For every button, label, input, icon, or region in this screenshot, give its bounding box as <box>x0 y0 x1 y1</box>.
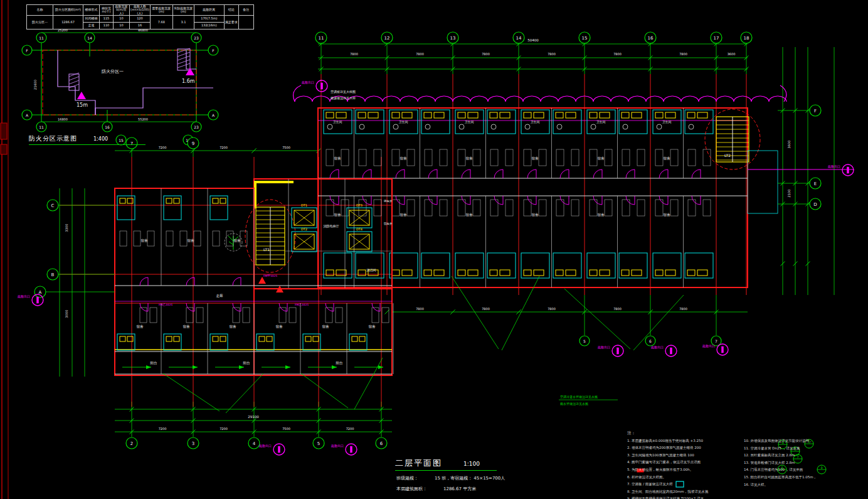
wc-fixture <box>657 124 662 129</box>
door-swing <box>626 169 635 178</box>
wc-fixture <box>591 124 596 129</box>
bed <box>505 149 513 166</box>
door-swing <box>560 196 569 205</box>
bed <box>440 149 447 166</box>
bed <box>622 149 630 166</box>
exit-marker-glyph <box>278 446 280 453</box>
bathroom-pod <box>421 110 450 134</box>
room-label-dorm: 宿舍 <box>183 325 191 329</box>
note-item-16: 16. 详见大样。 <box>744 481 817 489</box>
fixture <box>697 112 707 118</box>
room-label-dorm: 宿舍 <box>141 239 149 243</box>
dim-label: 7800 <box>548 52 556 56</box>
bed <box>213 231 220 246</box>
fixture <box>434 112 444 118</box>
fixture <box>392 270 400 276</box>
bed <box>382 308 389 323</box>
bed <box>571 200 579 216</box>
note-item-6: 6. 栏杆做法详见大样图。 <box>627 474 708 481</box>
core-outline <box>254 179 392 289</box>
general-notes-left-column: 注： 1. 本层建筑标高±0.000相当于绝对标高 +3.2502. 墙体未注明… <box>627 430 708 499</box>
exit-marker-label: 疏散出口 <box>828 164 840 169</box>
room-label-dorm: 宿舍 <box>466 213 474 217</box>
fixture <box>120 336 125 341</box>
fixture <box>392 112 400 118</box>
axis-bubble-label: A <box>39 290 42 295</box>
drawing-title: 二层平面图1:100 <box>395 456 497 471</box>
elevator-label: DT4 <box>356 227 363 231</box>
exit-marker-label: 疏散出口 <box>702 344 715 348</box>
room-label-dorm: 宿舍 <box>137 325 144 329</box>
dim-label: 7200 <box>346 427 354 431</box>
note-item-4: 4. 图中门窗编号详见门窗表，做法详见节点详图 <box>627 459 708 466</box>
note-item-9: 9. 楼梯间及电梯井道做法详见结施 TJ100×2 详见 <box>627 495 708 499</box>
bed <box>392 149 400 166</box>
room-label-bath: 卫生间 <box>596 121 606 124</box>
door-swing <box>396 169 405 178</box>
drawing-title-text: 二层平面图 <box>395 458 442 468</box>
bathroom-pod <box>685 110 713 134</box>
bed <box>134 231 140 246</box>
axis-bubble-label: 5 <box>317 441 320 446</box>
bathroom-pod <box>356 110 384 134</box>
wc-fixture <box>327 124 332 129</box>
fixture <box>566 270 576 276</box>
room-label-dorm: 宿舍 <box>334 156 342 161</box>
stair-hatch <box>69 80 79 84</box>
leader-line <box>226 373 263 413</box>
axis-bubble-label: B <box>51 272 55 277</box>
axis-bubble-label: F <box>26 48 28 53</box>
fixture <box>358 270 366 276</box>
slope-arrow-head <box>378 365 383 369</box>
fixture <box>534 112 544 118</box>
stair-hatch <box>69 73 79 77</box>
fixture <box>213 198 218 203</box>
room-label-bath: 卫生间 <box>662 121 672 124</box>
fixture <box>556 112 563 118</box>
bathroom-pod <box>487 110 516 134</box>
room-label-lift-hall: 消防电梯厅 <box>324 224 339 228</box>
axis-bubble-label: 12 <box>384 36 390 41</box>
door-swing <box>396 196 405 205</box>
note-item-11: 11. 空调冷凝水管 Dn25 ，详见水施 <box>744 445 817 453</box>
bed <box>289 308 296 323</box>
distance-label-16m: 1.6m <box>182 78 195 84</box>
bathroom-pod <box>685 253 713 278</box>
general-notes-right-column: 10. 外墙保温及饰面做法详见节能设计说明，11. 空调冷凝水管 Dn25 ，详… <box>744 437 817 488</box>
exit-marker-label: 疏散出口 <box>331 444 344 448</box>
room-label-dorm: 宿舍 <box>532 156 539 161</box>
elevator-label: DT2 <box>301 227 307 231</box>
bathroom-pod <box>521 253 549 278</box>
wc-fixture <box>425 124 430 129</box>
axis-bubble-label: E <box>814 181 817 186</box>
floor-plan-canvas[interactable]: 252004680016800552002160015m1.6m防火分区一111… <box>0 0 868 499</box>
sub2-label: 本层建筑面积： <box>396 486 427 491</box>
door-code: FM甲1021 <box>263 274 278 277</box>
room-label-dorm: 宿舍 <box>400 213 408 217</box>
door-swing <box>527 196 536 205</box>
bed <box>670 149 678 166</box>
bathroom-pod <box>653 253 681 278</box>
slope-arrow-head <box>285 365 290 369</box>
fixture <box>458 112 465 118</box>
dim-label: 2100 <box>787 190 791 198</box>
bed <box>505 200 513 216</box>
keyplan-dim-label: 46800 <box>138 28 148 32</box>
title-sub-line-2: 本层建筑面积：1286.67 平方米 <box>396 486 476 492</box>
bed <box>605 200 612 216</box>
door-swing <box>462 169 470 178</box>
keyplan-dim-label: 16800 <box>58 117 68 121</box>
axis-bubble-label: 16 <box>648 36 654 41</box>
stair-hatch <box>177 63 190 68</box>
door-swing <box>233 277 241 286</box>
door-swing <box>626 196 635 205</box>
exit-marker-label: 疏散出口 <box>651 345 664 350</box>
door-swing <box>330 196 339 205</box>
exit-marker-glyph <box>37 297 39 303</box>
bed <box>194 231 201 246</box>
axis-bubble-label: 4 <box>253 441 256 446</box>
fixture <box>267 336 272 341</box>
fixture <box>655 270 663 276</box>
bed <box>703 149 711 166</box>
room-label-balcony: 阳台 <box>243 361 250 365</box>
